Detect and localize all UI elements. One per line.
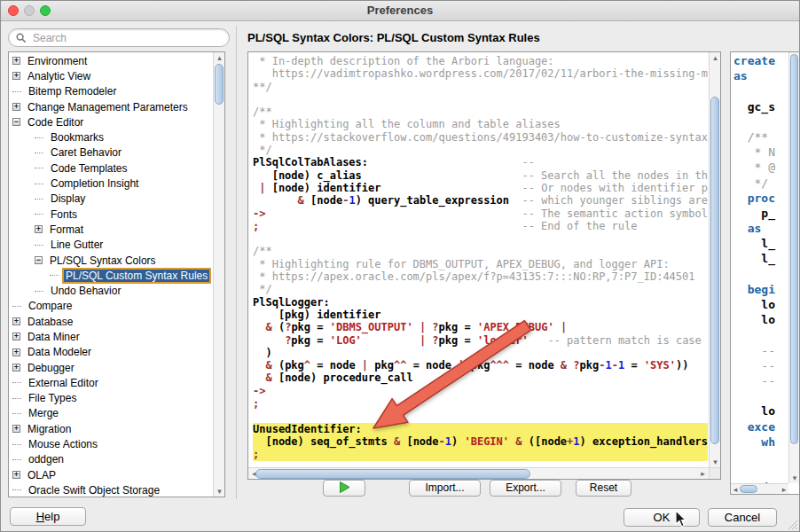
tree-item-file-types[interactable]: File Types xyxy=(9,391,213,406)
scroll-right-icon[interactable]: ▸ xyxy=(780,484,788,495)
tree-item-data-miner[interactable]: +Data Miner xyxy=(9,329,213,344)
code-token: ^^^ xyxy=(490,359,509,372)
search-icon xyxy=(16,33,27,43)
editor-vscroll-thumb[interactable] xyxy=(710,97,719,444)
resize-grip[interactable] xyxy=(786,518,797,529)
search-input[interactable] xyxy=(31,31,222,45)
tree-item-migration[interactable]: +Migration xyxy=(9,421,213,436)
tree-item-code-editor[interactable]: −Code Editor xyxy=(9,114,213,129)
code-token: | xyxy=(362,359,368,372)
tree-item-oddgen[interactable]: oddgen xyxy=(9,452,213,467)
code-line: & [node) procedure_call xyxy=(253,372,708,384)
search-field[interactable] xyxy=(8,28,230,47)
tree-item-format[interactable]: +Format xyxy=(9,222,213,237)
tree-expand-icon[interactable]: + xyxy=(12,471,20,479)
tree-list: +Environment+Analytic ViewBitemp Remodel… xyxy=(9,53,213,497)
scrollbar-corner xyxy=(709,467,720,479)
tree-item-pl-sql-syntax-colors[interactable]: −PL/SQL Syntax Colors xyxy=(9,253,213,268)
tree-item-debugger[interactable]: +Debugger xyxy=(9,360,213,375)
code-token xyxy=(362,334,420,347)
tree-collapse-icon[interactable]: − xyxy=(12,118,20,126)
tree-item-display[interactable]: Display xyxy=(9,192,213,207)
tree-item-oracle-swift-object-storage[interactable]: Oracle Swift Object Storage xyxy=(9,482,213,497)
tree-expand-icon[interactable]: + xyxy=(35,225,43,233)
code-line: https://vadimtropashko.wordpress.com/201… xyxy=(253,67,708,80)
code-token: ( xyxy=(272,321,285,333)
preview-line xyxy=(733,83,788,98)
import-button[interactable]: Import... xyxy=(409,480,481,497)
code-line: | [node) identifier -- Or nodes with ide… xyxy=(253,182,708,194)
tree-guide-line xyxy=(12,398,21,399)
cancel-button[interactable]: Cancel xyxy=(708,508,777,527)
tree-item-bookmarks[interactable]: Bookmarks xyxy=(9,129,213,145)
scroll-down-icon[interactable]: ▾ xyxy=(214,487,225,496)
scroll-up-icon[interactable]: ▴ xyxy=(710,53,721,62)
tree-expand-icon[interactable]: + xyxy=(12,425,20,433)
code-token: 1 xyxy=(605,359,611,372)
tree-item-line-gutter[interactable]: Line Gutter xyxy=(9,238,213,253)
help-button[interactable]: Help xyxy=(10,507,86,526)
code-token: * In-depth description of the Arbori lan… xyxy=(253,55,554,67)
code-token: - xyxy=(612,359,618,372)
tree-item-merge[interactable]: Merge xyxy=(9,406,213,421)
reset-button[interactable]: Reset xyxy=(576,480,631,497)
tree-item-pl-sql-custom-syntax-rules[interactable]: PL/SQL Custom Syntax Rules xyxy=(9,268,213,283)
scroll-down-icon[interactable]: ▾ xyxy=(710,458,721,466)
tree-expand-icon[interactable]: + xyxy=(12,57,20,65)
tree-guide-line xyxy=(12,413,21,414)
code-token: * https://apex.oracle.com/pls/apex/f?p=4… xyxy=(253,270,695,283)
tree-expand-icon[interactable]: + xyxy=(12,364,20,372)
tree-item-change-management-parameters[interactable]: +Change Management Parameters xyxy=(9,99,213,114)
tree-item-data-modeler[interactable]: +Data Modeler xyxy=(9,345,213,360)
preview-vscroll-thumb[interactable] xyxy=(790,54,798,444)
tree-expand-icon[interactable]: + xyxy=(12,317,20,325)
zoom-button[interactable] xyxy=(40,5,51,16)
tree-item-caret-behavior[interactable]: Caret Behavior xyxy=(9,145,213,160)
tree-vscrollbar[interactable]: ▴ ▾ xyxy=(213,52,224,497)
tree-item-code-templates[interactable]: Code Templates xyxy=(9,160,213,176)
tree-item-completion-insight[interactable]: Completion Insight xyxy=(9,176,213,191)
tree-vscroll-thumb[interactable] xyxy=(215,64,224,105)
tree-guide-line xyxy=(12,489,21,490)
scroll-left-icon[interactable]: ◂ xyxy=(731,484,740,495)
preview-vscrollbar[interactable]: ▾ xyxy=(788,52,799,483)
ok-button[interactable]: OK xyxy=(624,508,700,527)
tree-item-olap[interactable]: +OLAP xyxy=(9,467,213,482)
preview-hscroll-thumb[interactable] xyxy=(740,485,757,493)
code-line: /** xyxy=(253,245,708,257)
code-line: UnusedIdentifier: xyxy=(253,423,708,435)
tree-expand-icon[interactable]: + xyxy=(12,103,20,111)
tree-item-fonts[interactable]: Fonts xyxy=(9,207,213,222)
arbori-editor[interactable]: * In-depth description of the Arbori lan… xyxy=(247,51,721,480)
editor-hscrollbar[interactable]: ◂ ▸ xyxy=(248,467,709,479)
code-token: https://vadimtropashko.wordpress.com/201… xyxy=(253,67,708,80)
code-token: UnusedIdentifier: xyxy=(253,423,362,435)
close-button[interactable] xyxy=(8,5,19,16)
tree-item-database[interactable]: +Database xyxy=(9,314,213,329)
tree-item-bitemp-remodeler[interactable]: Bitemp Remodeler xyxy=(9,84,213,99)
tree-expand-icon[interactable]: + xyxy=(12,72,20,80)
tree-item-mouse-actions[interactable]: Mouse Actions xyxy=(9,436,213,451)
scroll-up-icon[interactable]: ▴ xyxy=(214,53,225,62)
tree-collapse-icon[interactable]: − xyxy=(35,256,43,264)
run-button[interactable] xyxy=(323,480,365,497)
tree-item-compare[interactable]: Compare xyxy=(9,299,213,314)
scroll-down-icon[interactable]: ▾ xyxy=(789,473,800,482)
tree-item-undo-behavior[interactable]: Undo Behavior xyxy=(9,283,213,298)
minimize-button[interactable] xyxy=(24,5,35,16)
tree-item-analytic-view[interactable]: +Analytic View xyxy=(9,68,213,83)
editor-hscroll-thumb[interactable] xyxy=(255,469,530,479)
syntax-preview-panel[interactable]: createas gc_s /** * N * @ */ proc p_ as … xyxy=(730,51,800,495)
preview-line: as xyxy=(733,68,788,83)
tree-expand-icon[interactable]: + xyxy=(12,332,20,340)
export-button[interactable]: Export... xyxy=(490,480,561,497)
tree-expand-icon[interactable]: + xyxy=(12,348,20,356)
window-titlebar[interactable]: Preferences xyxy=(1,1,799,21)
editor-vscrollbar[interactable]: ▴ ▾ xyxy=(709,52,720,467)
tree-item-external-editor[interactable]: External Editor xyxy=(9,375,213,390)
settings-tree-panel[interactable]: +Environment+Analytic ViewBitemp Remodel… xyxy=(8,51,225,497)
tree-item-label: Code Templates xyxy=(48,161,130,176)
preview-hscrollbar[interactable]: ◂ ▸ xyxy=(731,483,788,494)
tree-item-environment[interactable]: +Environment xyxy=(9,53,213,68)
scroll-right-icon[interactable]: ▸ xyxy=(697,468,709,480)
